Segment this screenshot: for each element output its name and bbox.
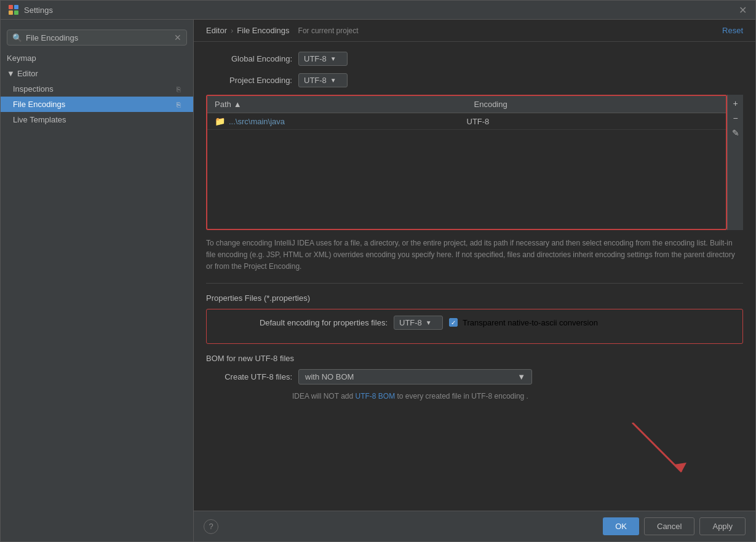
file-encodings-label: File Encodings (13, 100, 65, 109)
action-buttons: OK Cancel Apply (603, 517, 746, 535)
transparent-checkbox-row: ✓ Transparent native-to-ascii conversion (449, 318, 598, 327)
global-encoding-arrow: ▼ (330, 55, 336, 62)
properties-section-title: Properties Files (*.properties) (206, 293, 743, 303)
svg-rect-2 (9, 10, 13, 15)
search-bar[interactable]: 🔍 ✕ (7, 30, 187, 46)
live-templates-label: Live Templates (13, 115, 66, 124)
create-utf8-value: with NO BOM (305, 372, 354, 381)
utf8-bom-link[interactable]: UTF-8 BOM (355, 392, 395, 401)
app-icon (8, 4, 19, 15)
edit-path-button[interactable]: ✎ (730, 127, 742, 139)
sidebar-item-file-encodings[interactable]: File Encodings ⎘ (1, 97, 193, 112)
copy-icon-inspections: ⎘ (177, 86, 181, 93)
window-title: Settings (24, 6, 53, 15)
for-current-project: For current project (298, 26, 359, 35)
add-path-button[interactable]: + (730, 97, 742, 110)
default-encoding-properties-label: Default encoding for properties files: (215, 318, 388, 327)
encoding-header: Encoding (467, 96, 726, 113)
info-text: To change encoding IntelliJ IDEA uses fo… (206, 237, 743, 284)
encoding-table-wrapper: Path ▲ Encoding 📁 ...\src\main\java (206, 95, 743, 230)
properties-section-box: Default encoding for properties files: U… (206, 309, 743, 344)
global-encoding-dropdown[interactable]: UTF-8 ▼ (298, 52, 348, 66)
close-button[interactable]: ✕ (737, 4, 748, 15)
svg-rect-0 (9, 5, 13, 9)
editor-label: Editor (17, 69, 38, 78)
apply-button[interactable]: Apply (699, 517, 746, 535)
global-encoding-row: Global Encoding: UTF-8 ▼ (206, 52, 743, 66)
create-utf8-row: Create UTF-8 files: with NO BOM ▼ (206, 369, 743, 385)
sidebar-item-inspections[interactable]: Inspections ⎘ (1, 81, 193, 97)
copy-icon-file-encodings: ⎘ (177, 101, 181, 108)
table-action-sidebar: + − ✎ (727, 95, 743, 230)
project-encoding-row: Project Encoding: UTF-8 ▼ (206, 73, 743, 87)
project-encoding-value: UTF-8 (304, 76, 327, 85)
remove-path-button[interactable]: − (730, 112, 742, 124)
global-encoding-label: Global Encoding: (206, 54, 292, 63)
reset-link[interactable]: Reset (722, 26, 743, 35)
table-header: Path ▲ Encoding (207, 96, 726, 113)
bom-note: IDEA will NOT add UTF-8 BOM to every cre… (206, 392, 743, 401)
transparent-label: Transparent native-to-ascii conversion (463, 318, 598, 327)
sort-icon: ▲ (234, 100, 242, 109)
sidebar: 🔍 ✕ Keymap ▼ Editor Inspections ⎘ File E… (1, 20, 194, 541)
project-encoding-dropdown[interactable]: UTF-8 ▼ (298, 73, 348, 87)
title-bar: Settings ✕ (1, 1, 755, 20)
right-panel: Editor › File Encodings For current proj… (194, 20, 755, 541)
inspections-label: Inspections (13, 84, 54, 94)
default-encoding-for-properties-row: Default encoding for properties files: U… (215, 316, 734, 330)
path-header: Path ▲ (207, 96, 467, 113)
properties-encoding-arrow: ▼ (426, 319, 432, 326)
settings-dialog: Settings ✕ 🔍 ✕ Keymap ▼ Editor Inspectio… (0, 0, 756, 542)
path-value: ...\src\main\java (229, 117, 285, 126)
global-encoding-value: UTF-8 (304, 54, 327, 63)
sidebar-item-editor[interactable]: ▼ Editor (1, 66, 193, 81)
encoding-value: UTF-8 (467, 117, 719, 126)
search-input[interactable] (26, 33, 170, 42)
bom-note-suffix: to every created file in UTF-8 encoding … (395, 392, 528, 401)
help-button[interactable]: ? (204, 519, 218, 534)
project-encoding-arrow: ▼ (330, 77, 336, 84)
table-row[interactable]: 📁 ...\src\main\java UTF-8 (207, 113, 726, 130)
breadcrumb-editor: Editor (206, 26, 227, 35)
svg-rect-1 (14, 5, 18, 9)
project-encoding-label: Project Encoding: (206, 76, 292, 85)
keymap-label: Keymap (7, 54, 36, 63)
red-arrow-svg (583, 423, 706, 484)
folder-icon: 📁 (215, 116, 225, 126)
bom-section-title: BOM for new UTF-8 files (206, 354, 743, 363)
transparent-checkbox[interactable]: ✓ (449, 318, 458, 327)
breadcrumb: Editor › File Encodings For current proj… (206, 26, 359, 35)
sidebar-item-keymap[interactable]: Keymap (1, 50, 193, 66)
cancel-button[interactable]: Cancel (644, 517, 694, 535)
breadcrumb-current: File Encodings (237, 26, 289, 35)
encoding-table: Path ▲ Encoding 📁 ...\src\main\java (206, 95, 727, 230)
panel-body: Global Encoding: UTF-8 ▼ Project Encodin… (194, 42, 755, 511)
properties-encoding-value: UTF-8 (399, 318, 422, 327)
breadcrumb-separator: › (231, 26, 233, 35)
search-clear-button[interactable]: ✕ (174, 33, 181, 42)
ok-button[interactable]: OK (603, 517, 639, 535)
search-icon: 🔍 (12, 33, 22, 42)
create-utf8-label: Create UTF-8 files: (206, 372, 292, 381)
breadcrumb-bar: Editor › File Encodings For current proj… (194, 20, 755, 42)
create-utf8-arrow: ▼ (517, 372, 525, 381)
create-utf8-dropdown[interactable]: with NO BOM ▼ (298, 369, 532, 385)
expand-icon: ▼ (7, 69, 15, 78)
bom-note-prefix: IDEA will NOT add (292, 392, 355, 401)
properties-encoding-dropdown[interactable]: UTF-8 ▼ (394, 316, 443, 330)
bottom-bar: ? OK Cancel Apply (194, 511, 755, 541)
sidebar-item-live-templates[interactable]: Live Templates (1, 112, 193, 127)
svg-rect-3 (14, 10, 18, 15)
bom-section: BOM for new UTF-8 files Create UTF-8 fil… (206, 354, 743, 401)
